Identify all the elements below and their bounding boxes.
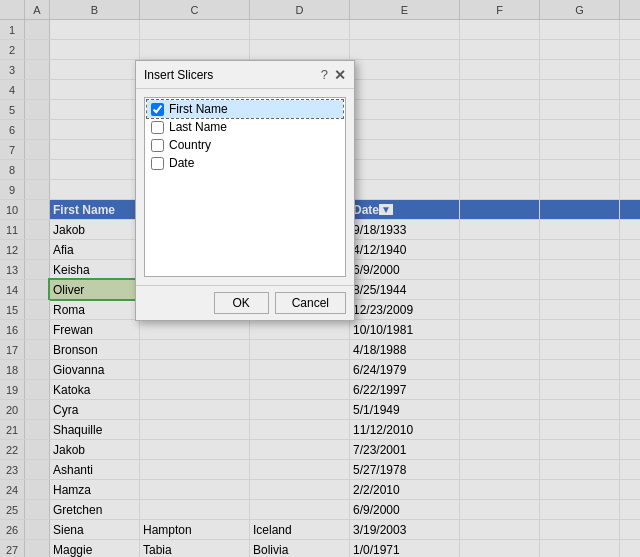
slicer-label: First Name [169,102,228,116]
dialog-body: First NameLast NameCountryDate [136,89,354,285]
cancel-button[interactable]: Cancel [275,292,346,314]
slicer-checkbox[interactable] [151,121,164,134]
slicer-item[interactable]: Last Name [147,118,343,136]
slicer-label: Last Name [169,120,227,134]
ok-button[interactable]: OK [214,292,269,314]
slicer-item[interactable]: First Name [147,100,343,118]
insert-slicers-dialog: Insert Slicers ? ✕ First NameLast NameCo… [135,60,355,321]
dialog-close-button[interactable]: ✕ [334,67,346,83]
slicer-item[interactable]: Country [147,136,343,154]
slicer-checkbox[interactable] [151,139,164,152]
slicer-checkbox[interactable] [151,157,164,170]
dialog-overlay: Insert Slicers ? ✕ First NameLast NameCo… [0,0,640,557]
dialog-help-button[interactable]: ? [321,67,328,82]
dialog-titlebar: Insert Slicers ? ✕ [136,61,354,89]
slicer-label: Country [169,138,211,152]
dialog-footer: OK Cancel [136,285,354,320]
dialog-title: Insert Slicers [144,68,321,82]
slicer-item[interactable]: Date [147,154,343,172]
slicer-label: Date [169,156,194,170]
slicer-list: First NameLast NameCountryDate [144,97,346,277]
slicer-checkbox[interactable] [151,103,164,116]
